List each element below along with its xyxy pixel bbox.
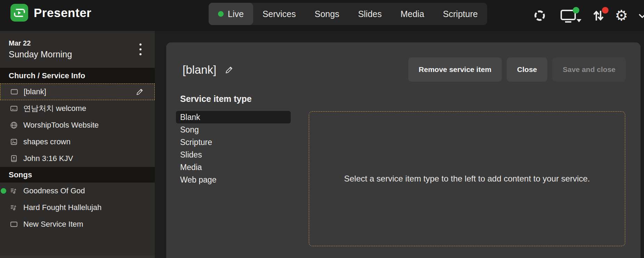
save-and-close-button[interactable]: Save and close <box>552 57 626 82</box>
type-option-song[interactable]: Song <box>176 123 291 136</box>
live-indicator-dot <box>218 11 224 17</box>
image-icon <box>10 138 18 146</box>
service-item-goodness-of-god[interactable]: Goodness Of God <box>0 183 155 199</box>
service-item-label: New Service Item <box>23 220 83 229</box>
service-item-label: WorshipTools Website <box>23 121 99 130</box>
service-item-label: shapes crown <box>23 137 71 146</box>
app-title: Presenter <box>34 6 91 20</box>
service-item-new-service-item[interactable]: New Service Item <box>0 216 155 233</box>
chevron-down-icon[interactable] <box>637 10 644 21</box>
service-item-label: John 3:16 KJV <box>23 154 73 163</box>
remove-service-item-button[interactable]: Remove service item <box>408 57 502 82</box>
dropzone-placeholder: Select a service item type to the left t… <box>344 174 590 184</box>
service-item-john-3-16-kjv[interactable]: John 3:16 KJV <box>0 150 155 167</box>
type-option-blank[interactable]: Blank <box>176 111 291 123</box>
blank-slide-icon <box>10 88 18 96</box>
service-item-editor: [blank] Remove service item Close Save a… <box>166 42 641 258</box>
content-dropzone: Select a service item type to the left t… <box>309 111 625 246</box>
sidebar-section-header: Songs <box>0 167 155 183</box>
service-menu-kebab-icon[interactable] <box>139 43 142 55</box>
tab-media[interactable]: Media <box>391 3 434 25</box>
live-indicator-dot <box>1 188 6 194</box>
type-option-label: Song <box>180 125 199 135</box>
tab-live[interactable]: Live <box>209 3 253 25</box>
type-option-label: Scripture <box>180 138 212 147</box>
sidebar-section-header: Church / Service Info <box>0 68 155 83</box>
top-bar: Presenter LiveServicesSongsSlidesMediaSc… <box>0 0 644 31</box>
transfer-arrows-icon[interactable] <box>591 8 606 23</box>
tab-label: Services <box>263 9 296 19</box>
item-title: [blank] <box>183 63 216 76</box>
type-option-label: Media <box>180 163 202 172</box>
type-heading: Service item type <box>180 94 252 104</box>
type-option-label: Blank <box>180 113 200 122</box>
display-online-badge <box>573 7 579 14</box>
type-option-label: Web page <box>180 175 216 185</box>
blank-slide-icon <box>10 220 18 228</box>
tab-scripture[interactable]: Scripture <box>434 3 487 25</box>
service-date: Mar 22 <box>9 39 155 47</box>
tab-label: Media <box>401 9 424 19</box>
globe-icon <box>10 121 18 129</box>
close-button[interactable]: Close <box>507 57 547 82</box>
service-sidebar: Mar 22 Sunday Morning Church / Service I… <box>0 31 155 258</box>
tab-label: Live <box>228 9 244 19</box>
edit-title-pencil-icon[interactable] <box>225 65 234 74</box>
music-list-icon <box>10 203 18 212</box>
service-item-label: [blank] <box>24 87 46 96</box>
type-option-label: Slides <box>180 150 202 160</box>
service-item-shapes-crown[interactable]: shapes crown <box>0 134 155 150</box>
tab-label: Scripture <box>443 9 478 19</box>
service-item-type-list: BlankSongScriptureSlidesMediaWeb page <box>176 111 291 186</box>
service-item-label: Goodness Of God <box>23 186 85 195</box>
transfer-alert-badge <box>602 7 609 14</box>
service-item-hard-fought-hallelujah[interactable]: Hard Fought Hallelujah <box>0 199 155 216</box>
settings-gear-icon[interactable]: ⚙ <box>615 8 628 23</box>
tab-services[interactable]: Services <box>253 3 305 25</box>
music-list-icon <box>10 187 18 195</box>
sync-circle-icon[interactable] <box>533 9 546 22</box>
service-item-blank[interactable]: [blank] <box>0 83 155 100</box>
display-dropdown-caret[interactable] <box>577 19 581 22</box>
service-item-label: 연남처치 welcome <box>23 103 86 114</box>
main-nav: LiveServicesSongsSlidesMediaScripture <box>209 3 487 25</box>
editor-buttons: Remove service item Close Save and close <box>408 57 626 82</box>
tab-slides[interactable]: Slides <box>349 3 391 25</box>
display-output-icon[interactable] <box>560 8 577 23</box>
type-option-web-page[interactable]: Web page <box>176 174 291 186</box>
topbar-status-icons: ⚙ <box>533 0 644 31</box>
service-item-welcome[interactable]: 연남처치 welcome <box>0 100 155 117</box>
bible-icon <box>10 154 18 163</box>
sidebar-bottom-strip <box>0 256 155 258</box>
tab-label: Slides <box>358 9 382 19</box>
type-option-media[interactable]: Media <box>176 161 291 174</box>
type-option-scripture[interactable]: Scripture <box>176 136 291 148</box>
slides-icon <box>10 104 18 113</box>
edit-item-pencil-icon[interactable] <box>136 88 144 96</box>
app-brand: Presenter <box>10 4 91 22</box>
service-item-label: Hard Fought Hallelujah <box>23 203 102 212</box>
tab-songs[interactable]: Songs <box>305 3 349 25</box>
tab-label: Songs <box>315 9 339 19</box>
type-option-slides[interactable]: Slides <box>176 148 291 161</box>
service-header: Mar 22 Sunday Morning <box>0 31 155 68</box>
presenter-logo-icon <box>10 4 28 22</box>
service-title: Sunday Morning <box>9 49 155 59</box>
service-item-worshiptools-website[interactable]: WorshipTools Website <box>0 117 155 134</box>
